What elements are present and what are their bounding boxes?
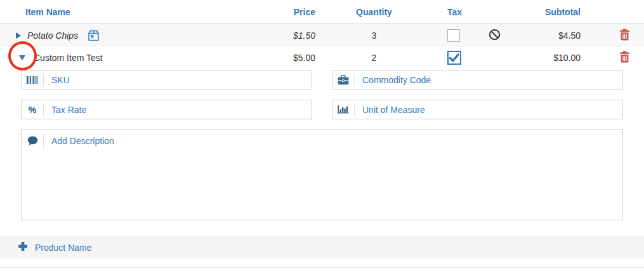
unit-of-measure-field bbox=[332, 100, 623, 119]
add-product-label: Product Name bbox=[35, 243, 91, 253]
item-quantity: 3 bbox=[315, 30, 433, 41]
tax-rate-input[interactable] bbox=[44, 105, 312, 115]
line-items-editor: Item Name Price Quantity Tax Subtotal Po… bbox=[0, 0, 644, 280]
description-textarea[interactable] bbox=[44, 130, 622, 220]
table-row-potato-chips: Potato Chips $1.50 3 $4.50 bbox=[0, 24, 644, 47]
item-subtotal: $10.00 bbox=[512, 53, 581, 63]
commodity-code-field bbox=[332, 70, 623, 90]
sku-input[interactable] bbox=[44, 75, 312, 85]
collapse-caret-icon[interactable] bbox=[19, 55, 25, 60]
comment-icon bbox=[22, 130, 43, 146]
item-subtotal: $4.50 bbox=[512, 30, 581, 41]
unit-of-measure-input[interactable] bbox=[355, 105, 622, 115]
delete-item-icon[interactable] bbox=[619, 29, 630, 43]
delete-item-icon[interactable] bbox=[619, 51, 630, 65]
no-tax-icon bbox=[489, 29, 501, 43]
expand-caret-icon[interactable] bbox=[16, 32, 21, 39]
tax-checkbox-checked[interactable] bbox=[447, 51, 461, 65]
table-row-custom-item: Custom Item Test $5.00 2 $10.00 bbox=[0, 47, 644, 69]
item-name: Custom Item Test bbox=[34, 53, 103, 63]
item-name: Potato Chips bbox=[27, 30, 78, 41]
header-subtotal: Subtotal bbox=[512, 7, 581, 17]
commodity-code-input[interactable] bbox=[355, 75, 622, 85]
header-quantity: Quantity bbox=[315, 7, 433, 17]
tax-checkbox-unchecked[interactable] bbox=[447, 29, 460, 42]
sku-field bbox=[21, 70, 312, 90]
item-price: $5.00 bbox=[277, 53, 315, 63]
bar-chart-icon bbox=[332, 105, 354, 114]
bottom-divider bbox=[0, 267, 644, 268]
header-item-name: Item Name bbox=[0, 7, 277, 17]
table-header: Item Name Price Quantity Tax Subtotal bbox=[0, 0, 644, 24]
header-price: Price bbox=[277, 7, 315, 17]
add-product-row[interactable]: Product Name bbox=[0, 236, 644, 258]
barcode-icon bbox=[22, 76, 43, 84]
item-price: $1.50 bbox=[277, 30, 315, 41]
description-field bbox=[21, 129, 623, 220]
plus-icon bbox=[18, 241, 28, 253]
header-tax: Tax bbox=[433, 7, 477, 17]
tax-rate-field: % bbox=[21, 100, 312, 119]
percent-icon: % bbox=[22, 105, 43, 115]
package-icon bbox=[87, 29, 100, 42]
briefcase-icon bbox=[332, 75, 354, 85]
item-quantity: 2 bbox=[315, 53, 433, 63]
